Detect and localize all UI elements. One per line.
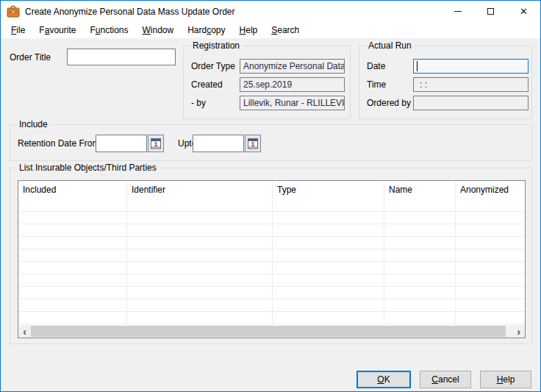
- menubar: File Favourite Functions Window Hardcopy…: [1, 22, 540, 38]
- order-type-field: Anonymize Personal Data Ma: [240, 59, 345, 74]
- table-row: [18, 212, 525, 224]
- column-header-identifier[interactable]: Identifier: [127, 181, 273, 199]
- table-cell: [127, 312, 273, 324]
- insurable-objects-table[interactable]: Included Identifier Type Name Anonymized…: [18, 180, 526, 338]
- table-cell: [273, 274, 384, 286]
- menu-favourite[interactable]: Favourite: [35, 24, 79, 37]
- column-header-name[interactable]: Name: [384, 181, 456, 199]
- horizontal-scrollbar[interactable]: ‹ ›: [18, 325, 525, 338]
- table-cell: [273, 312, 384, 324]
- table-cell: [456, 299, 525, 311]
- table-cell: [18, 237, 127, 249]
- table-cell: [18, 249, 127, 261]
- created-by-field: Lillevik, Runar - RLILLEVI: [240, 96, 345, 110]
- order-type-label: Order Type: [191, 61, 235, 71]
- order-title-input[interactable]: [67, 49, 176, 65]
- time-field: : :: [413, 77, 529, 92]
- column-header-anonymized[interactable]: Anonymized: [456, 181, 525, 199]
- table-cell: [273, 212, 384, 224]
- minimize-icon: [454, 11, 462, 12]
- table-row: [18, 224, 525, 237]
- scrollbar-thumb[interactable]: [31, 326, 506, 337]
- table-cell: [127, 262, 273, 274]
- table-cell: [273, 224, 384, 236]
- ok-button[interactable]: OK: [357, 371, 411, 388]
- table-cell: [384, 299, 456, 311]
- order-title-label: Order Title: [10, 52, 51, 63]
- cancel-button[interactable]: Cancel: [420, 371, 471, 388]
- table-cell: [127, 249, 273, 261]
- created-label: Created: [191, 79, 223, 90]
- table-header: Included Identifier Type Name Anonymized: [18, 181, 525, 199]
- menu-help[interactable]: Help: [236, 24, 262, 37]
- retention-from-calendar-button[interactable]: 1: [148, 135, 164, 152]
- maximize-button[interactable]: [474, 1, 507, 22]
- text-caret: [417, 61, 418, 71]
- table-cell: [127, 212, 273, 224]
- menu-file[interactable]: File: [7, 24, 29, 37]
- table-cell: [384, 274, 456, 286]
- table-cell: [456, 312, 525, 324]
- table-cell: [456, 287, 525, 299]
- table-cell: [18, 274, 127, 286]
- table-row: [18, 249, 525, 262]
- table-cell: [384, 237, 456, 249]
- chevron-left-icon: ‹: [23, 327, 26, 337]
- table-cell: [456, 262, 525, 274]
- actual-run-group: Actual Run Date Time : : Ordered by: [359, 46, 532, 119]
- table-row: [18, 262, 525, 274]
- upto-input[interactable]: [193, 135, 244, 152]
- calendar-icon: 1: [151, 138, 161, 149]
- include-group: Include Retention Date From 1 Upto 1: [10, 124, 532, 161]
- table-row: [18, 287, 525, 299]
- table-cell: [384, 287, 456, 299]
- table-cell: [273, 249, 384, 261]
- svg-text:1: 1: [154, 140, 157, 148]
- titlebar[interactable]: Create Anonymize Personal Data Mass Upda…: [1, 1, 540, 22]
- dialog-window: Create Anonymize Personal Data Mass Upda…: [0, 0, 541, 392]
- ordered-by-label: Ordered by: [367, 98, 411, 108]
- scroll-right-button[interactable]: ›: [512, 325, 525, 338]
- table-row: [18, 274, 525, 287]
- menu-functions[interactable]: Functions: [86, 24, 132, 37]
- table-cell: [127, 237, 273, 249]
- menu-window[interactable]: Window: [138, 24, 177, 37]
- menu-search[interactable]: Search: [268, 24, 303, 37]
- table-cell: [456, 274, 525, 286]
- retention-date-from-input[interactable]: [96, 135, 147, 152]
- table-cell: [127, 224, 273, 236]
- close-button[interactable]: ✕: [507, 1, 540, 22]
- maximize-icon: [487, 8, 494, 15]
- column-header-included[interactable]: Included: [18, 181, 127, 199]
- calendar-icon: 1: [248, 138, 258, 149]
- ordered-by-field: [413, 96, 529, 110]
- scroll-left-button[interactable]: ‹: [18, 325, 31, 338]
- table-cell: [18, 312, 127, 324]
- caption-buttons: ✕: [441, 1, 540, 22]
- minimize-button[interactable]: [441, 1, 474, 22]
- table-cell: [273, 237, 384, 249]
- table-row: [18, 312, 525, 324]
- table-row: [18, 199, 525, 212]
- date-input[interactable]: [413, 59, 529, 74]
- time-label: Time: [367, 79, 386, 90]
- table-cell: [18, 262, 127, 274]
- help-button[interactable]: Help: [480, 371, 531, 388]
- table-cell: [127, 287, 273, 299]
- table-cell: [273, 299, 384, 311]
- retention-date-from-label: Retention Date From: [18, 138, 99, 149]
- table-cell: [384, 249, 456, 261]
- created-field: 25.sep.2019: [240, 77, 345, 92]
- table-cell: [384, 212, 456, 224]
- table-row: [18, 299, 525, 312]
- menu-hardcopy[interactable]: Hardcopy: [184, 24, 229, 37]
- table-cell: [273, 287, 384, 299]
- list-legend: List Insurable Objects/Third Parties: [16, 163, 160, 173]
- table-cell: [456, 237, 525, 249]
- table-cell: [127, 274, 273, 286]
- table-cell: [384, 224, 456, 236]
- actual-run-legend: Actual Run: [365, 40, 415, 51]
- upto-calendar-button[interactable]: 1: [245, 135, 261, 152]
- svg-text:1: 1: [251, 140, 254, 148]
- column-header-type[interactable]: Type: [273, 181, 384, 199]
